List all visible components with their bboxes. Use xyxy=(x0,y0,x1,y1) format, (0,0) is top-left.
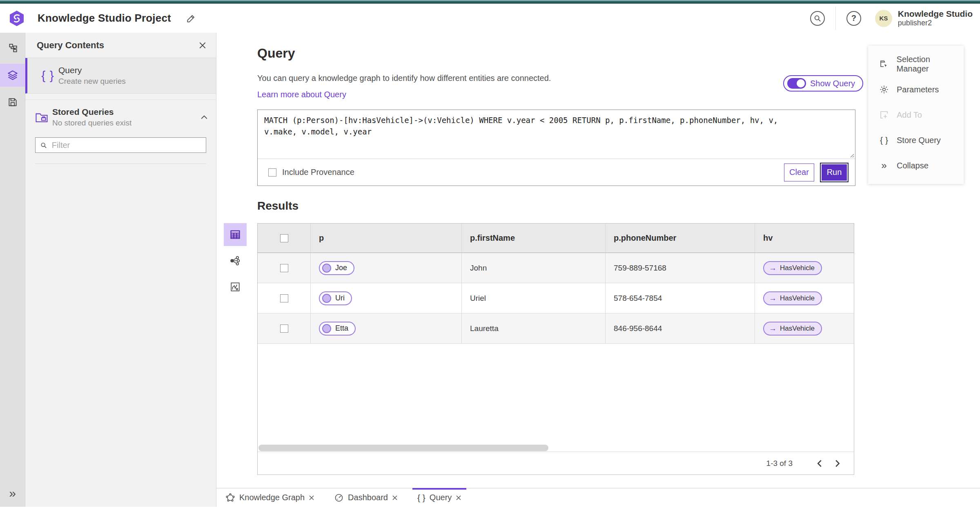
table-header-row: p p.firstName p.phoneNumber hv xyxy=(258,224,854,253)
query-item-sublabel: Create new queries xyxy=(58,77,208,86)
panel-title: Query Contents xyxy=(37,40,199,51)
table-row[interactable]: Uri Uriel 578-654-7854 →HasVehicle xyxy=(258,283,854,313)
show-query-toggle[interactable]: Show Query xyxy=(783,75,863,92)
help-button[interactable]: ? xyxy=(846,11,861,26)
save-view-icon[interactable] xyxy=(0,91,25,114)
braces-icon: { } xyxy=(417,493,425,503)
tab-dashboard[interactable]: Dashboard xyxy=(327,488,405,507)
filter-section xyxy=(35,137,206,164)
show-query-label: Show Query xyxy=(810,79,855,88)
braces-icon: { } xyxy=(37,69,58,83)
tab-knowledge-graph[interactable]: Knowledge Graph xyxy=(218,488,322,507)
run-button[interactable]: Run xyxy=(821,163,848,181)
query-text[interactable]: MATCH (p:Person)-[hv:HasVehicle]->(v:Veh… xyxy=(264,115,787,137)
browser-accent-strip xyxy=(0,0,980,4)
node-pill[interactable]: Uri xyxy=(319,291,352,305)
app-window: Knowledge Studio Project ? KS Knowledge … xyxy=(0,0,980,508)
main-area: Query You can query a knowledge graph to… xyxy=(216,33,980,507)
hierarchy-view-icon[interactable] xyxy=(0,37,25,60)
query-editor-card: MATCH (p:Person)-[hv:HasVehicle]->(v:Veh… xyxy=(257,110,855,186)
row-checkbox[interactable] xyxy=(280,324,288,333)
query-editor[interactable]: MATCH (p:Person)-[hv:HasVehicle]->(v:Veh… xyxy=(258,110,855,159)
include-provenance-checkbox[interactable] xyxy=(268,168,276,177)
stored-queries-sublabel: No stored queries exist xyxy=(52,119,200,128)
table-footer: 1-3 of 3 xyxy=(258,452,854,474)
query-item-label: Query xyxy=(58,65,208,75)
panel-item-stored-queries[interactable]: Stored Queries No stored queries exist xyxy=(25,99,216,135)
next-page-button[interactable] xyxy=(829,454,846,472)
close-tab-icon[interactable] xyxy=(456,495,461,501)
page-title: Query xyxy=(257,46,295,61)
query-actions-menu: Selection Manager Parameters xyxy=(868,46,964,184)
user-role: publisher2 xyxy=(898,19,973,27)
scrollbar-thumb[interactable] xyxy=(258,445,548,451)
previous-page-button[interactable] xyxy=(811,454,829,472)
left-icon-rail: » xyxy=(0,33,25,507)
app-logo-icon[interactable] xyxy=(9,10,24,27)
edge-pill[interactable]: →HasVehicle xyxy=(763,261,822,275)
page-description: You can query a knowledge graph to ident… xyxy=(257,74,551,83)
add-to-button: Add To xyxy=(868,102,964,128)
table-row[interactable]: Joe John 759-889-57168 →HasVehicle xyxy=(258,253,854,283)
expand-rail-icon[interactable]: » xyxy=(9,487,16,499)
gear-icon xyxy=(878,85,890,94)
results-view-switcher xyxy=(224,223,247,302)
results-table: p p.firstName p.phoneNumber hv Joe John … xyxy=(257,223,854,475)
column-header-firstname[interactable]: p.firstName xyxy=(462,224,606,253)
parameters-button[interactable]: Parameters xyxy=(868,77,964,102)
stored-queries-label: Stored Queries xyxy=(52,107,200,117)
row-checkbox[interactable] xyxy=(280,264,288,272)
folder-icon xyxy=(31,111,52,123)
store-query-button[interactable]: { } Store Query xyxy=(868,128,964,153)
node-dot-icon xyxy=(322,294,331,303)
user-info[interactable]: Knowledge Studio publisher2 xyxy=(898,9,976,27)
table-view-icon[interactable] xyxy=(224,223,247,246)
edge-pill[interactable]: →HasVehicle xyxy=(763,291,822,305)
user-avatar[interactable]: KS xyxy=(875,10,892,27)
selection-manager-button[interactable]: Selection Manager xyxy=(868,51,964,77)
arrow-right-icon: → xyxy=(769,264,777,273)
node-pill[interactable]: Joe xyxy=(319,261,354,275)
query-editor-footer: Include Provenance Clear Run xyxy=(258,159,855,186)
query-contents-panel: Query Contents { } Query Create new quer… xyxy=(25,33,216,507)
row-checkbox[interactable] xyxy=(280,294,288,302)
search-button[interactable] xyxy=(810,11,825,26)
column-header-p[interactable]: p xyxy=(311,224,462,253)
add-to-icon xyxy=(878,110,890,120)
query-page: Query You can query a knowledge graph to… xyxy=(216,33,980,488)
top-bar: Knowledge Studio Project ? KS Knowledge … xyxy=(0,4,980,33)
search-icon xyxy=(40,142,47,149)
horizontal-scrollbar[interactable] xyxy=(258,444,854,452)
include-provenance-label: Include Provenance xyxy=(282,168,354,177)
chart-view-icon[interactable] xyxy=(224,275,247,298)
node-dot-icon xyxy=(322,264,331,273)
project-title: Knowledge Studio Project xyxy=(38,12,171,25)
bottom-tab-bar: Knowledge Graph Dashboard { } xyxy=(216,488,980,507)
tab-query[interactable]: { } Query xyxy=(410,488,469,507)
panel-item-query[interactable]: { } Query Create new queries xyxy=(25,58,216,94)
column-header-hv[interactable]: hv xyxy=(755,224,854,253)
clear-button[interactable]: Clear xyxy=(784,163,814,181)
knowledge-graph-icon xyxy=(225,493,235,503)
collapse-menu-button[interactable]: » Collapse xyxy=(868,153,964,178)
graph-view-icon[interactable] xyxy=(224,249,247,272)
resize-grip-icon[interactable] xyxy=(849,152,854,158)
double-chevron-right-icon: » xyxy=(878,161,890,170)
user-name: Knowledge Studio xyxy=(898,9,973,19)
layers-view-icon[interactable] xyxy=(0,64,25,87)
table-row[interactable]: Etta Lauretta 846-956-8644 →HasVehicle xyxy=(258,313,854,344)
learn-more-link[interactable]: Learn more about Query xyxy=(257,90,346,99)
topbar-divider xyxy=(835,7,836,30)
filter-input[interactable] xyxy=(52,141,201,150)
edge-pill[interactable]: →HasVehicle xyxy=(763,322,822,336)
close-tab-icon[interactable] xyxy=(392,495,398,501)
select-all-checkbox[interactable] xyxy=(280,234,288,242)
edit-title-icon[interactable] xyxy=(186,13,196,24)
filter-field[interactable] xyxy=(35,137,206,153)
node-pill[interactable]: Etta xyxy=(319,322,356,336)
column-header-phonenumber[interactable]: p.phoneNumber xyxy=(606,224,755,253)
chevron-up-icon[interactable] xyxy=(200,115,208,120)
toggle-switch-on[interactable] xyxy=(787,78,806,89)
close-tab-icon[interactable] xyxy=(309,495,314,501)
close-panel-icon[interactable] xyxy=(199,42,206,49)
